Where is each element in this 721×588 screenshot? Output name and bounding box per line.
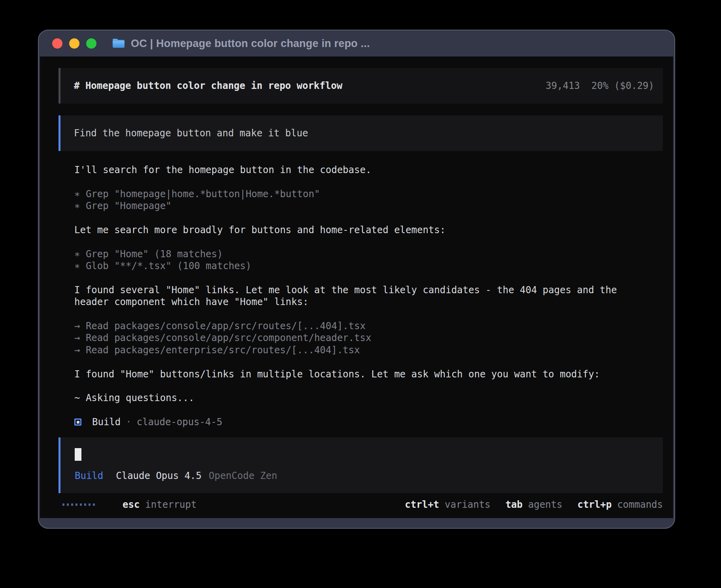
line-text: Glob "**/*.tsx" (100 matches) — [86, 260, 251, 271]
line-text: Grep "Home" (18 matches) — [86, 249, 223, 260]
blank-line — [74, 404, 663, 416]
minimize-button[interactable] — [69, 38, 79, 49]
line-text: Asking questions... — [86, 392, 194, 403]
agent-name: Build — [92, 416, 121, 428]
shortcut-key: ctrl+t — [405, 499, 439, 511]
footer-shortcuts: ctrl+tvariantstabagentsctrl+pcommands — [405, 499, 663, 511]
spinner-dot — [71, 503, 73, 506]
read-arrow-icon: → — [74, 332, 86, 343]
activity-spinner-dots — [62, 503, 95, 506]
composer-model: Claude Opus 4.5 — [116, 470, 202, 482]
spinner-dot — [75, 503, 77, 506]
folder-icon — [112, 38, 125, 49]
status-tilde-icon: ~ — [74, 392, 86, 403]
spinner-dot — [62, 503, 64, 506]
blank-line — [74, 356, 663, 368]
shortcut-label: commands — [617, 499, 663, 511]
agent-model: claude-opus-4-5 — [137, 416, 223, 428]
line-text: header component which have "Home" links… — [74, 296, 308, 307]
session-stats: 39,413 20% ($0.29) — [545, 80, 654, 92]
session-title: # Homepage button color change in repo w… — [74, 80, 342, 92]
spinner-dot — [93, 503, 95, 506]
user-message: Find the homepage button and make it blu… — [59, 115, 663, 151]
read-line: → Read packages/enterprise/src/routes/[.… — [74, 344, 663, 356]
tool-line: ∗ Grep "Home" (18 matches) — [74, 248, 663, 260]
line-text: Grep "homepage|home.*button|Home.*button… — [86, 188, 320, 200]
line-text: Grep "Homepage" — [86, 200, 172, 211]
read-line: → Read packages/console/app/src/routes/[… — [74, 320, 663, 332]
user-message-text: Find the homepage button and make it blu… — [74, 127, 308, 139]
agent-build-icon — [74, 418, 81, 426]
shortcut-variants: ctrl+tvariants — [405, 499, 490, 511]
shortcut-key: tab — [506, 499, 523, 511]
line-text: I found "Home" buttons/links in multiple… — [74, 369, 600, 380]
terminal-content: # Homepage button color change in repo w… — [40, 57, 673, 518]
blank-line — [74, 176, 663, 188]
spinner-dot — [84, 503, 86, 506]
text-line: header component which have "Home" links… — [74, 296, 663, 308]
composer-mode-row: Build Claude Opus 4.5 OpenCode Zen — [75, 470, 655, 482]
spinner-dot — [89, 503, 91, 506]
read-line: → Read packages/console/app/src/componen… — [74, 332, 663, 344]
conversation: I'll search for the homepage button in t… — [74, 164, 663, 416]
shortcut-key: ctrl+p — [578, 499, 612, 511]
titlebar[interactable]: OC | Homepage button color change in rep… — [39, 30, 674, 57]
text-cursor — [75, 448, 81, 461]
blank-line — [74, 272, 663, 284]
shortcut-label: agents — [528, 499, 562, 511]
tool-asterisk-icon: ∗ — [74, 260, 86, 271]
composer-mode[interactable]: Build — [75, 470, 103, 482]
text-line: Let me search more broadly for buttons a… — [74, 224, 663, 236]
context-usage: 20% ($0.29) — [591, 80, 654, 92]
blank-line — [74, 212, 663, 224]
blank-line — [74, 380, 663, 392]
line-text: I'll search for the homepage button in t… — [74, 164, 371, 175]
shortcut-agents: tabagents — [506, 499, 562, 511]
agent-separator: · — [126, 416, 131, 428]
esc-key-label: interrupt — [145, 499, 196, 511]
tool-line: ∗ Grep "homepage|home.*button|Home.*butt… — [74, 188, 663, 200]
line-text: Read packages/console/app/src/routes/[..… — [86, 320, 366, 332]
terminal-window: OC | Homepage button color change in rep… — [38, 30, 675, 529]
read-arrow-icon: → — [74, 320, 86, 332]
status-line: ~ Asking questions... — [74, 392, 663, 404]
text-line: I'll search for the homepage button in t… — [74, 164, 663, 176]
text-line: I found "Home" buttons/links in multiple… — [74, 368, 663, 380]
shortcut-label: variants — [445, 499, 491, 511]
zoom-button[interactable] — [86, 38, 96, 49]
composer-provider: OpenCode Zen — [209, 470, 277, 482]
text-line: I found several "Home" links. Let me loo… — [74, 284, 663, 296]
blank-line — [74, 236, 663, 248]
tool-asterisk-icon: ∗ — [74, 188, 86, 200]
read-arrow-icon: → — [74, 345, 86, 356]
tool-line: ∗ Grep "Homepage" — [74, 200, 663, 212]
tool-line: ∗ Glob "**/*.tsx" (100 matches) — [74, 260, 663, 272]
session-header: # Homepage button color change in repo w… — [59, 68, 663, 104]
spinner-dot — [67, 503, 69, 506]
line-text: I found several "Home" links. Let me loo… — [74, 285, 617, 296]
spinner-dot — [80, 503, 82, 506]
tool-asterisk-icon: ∗ — [74, 200, 86, 211]
blank-line — [74, 308, 663, 320]
token-count: 39,413 — [545, 80, 580, 92]
shortcut-commands: ctrl+pcommands — [578, 499, 663, 511]
tool-asterisk-icon: ∗ — [74, 249, 86, 260]
agent-status-row: Build · claude-opus-4-5 — [74, 416, 663, 428]
window-title: OC | Homepage button color change in rep… — [131, 38, 370, 50]
status-bar: esc interrupt ctrl+tvariantstabagentsctr… — [59, 499, 663, 511]
esc-key-hint: esc — [123, 499, 140, 511]
line-text: Read packages/enterprise/src/routes/[...… — [86, 345, 360, 356]
prompt-input[interactable]: Build Claude Opus 4.5 OpenCode Zen — [59, 437, 663, 493]
close-button[interactable] — [52, 38, 62, 49]
line-text: Read packages/console/app/src/component/… — [86, 332, 371, 343]
line-text: Let me search more broadly for buttons a… — [74, 224, 445, 236]
